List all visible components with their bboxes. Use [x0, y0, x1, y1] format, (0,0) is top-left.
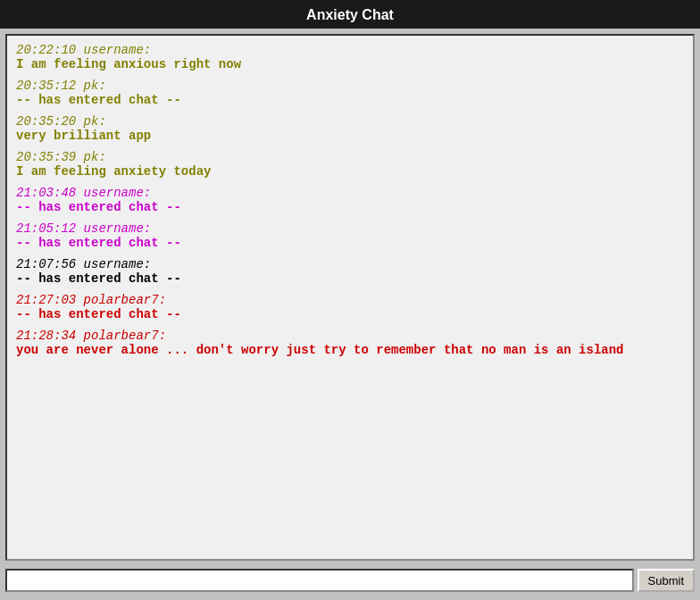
- message-text: -- has entered chat --: [16, 93, 684, 107]
- app-title: Anxiety Chat: [306, 7, 394, 22]
- message-block: 21:27:03 polarbear7:-- has entered chat …: [16, 293, 684, 321]
- title-bar: Anxiety Chat: [0, 0, 700, 29]
- message-text: -- has entered chat --: [16, 236, 684, 250]
- chat-input[interactable]: [5, 569, 634, 592]
- message-timestamp: 21:28:34 polarbear7:: [16, 329, 684, 343]
- message-block: 20:35:39 pk:I am feeling anxiety today: [16, 150, 684, 179]
- message-timestamp: 20:35:20 pk:: [16, 114, 684, 129]
- message-block: 20:35:12 pk:-- has entered chat --: [16, 79, 684, 107]
- message-timestamp: 20:35:39 pk:: [16, 150, 684, 164]
- message-timestamp: 21:05:12 username:: [16, 221, 684, 236]
- message-timestamp: 20:35:12 pk:: [16, 79, 684, 93]
- message-text: you are never alone ... don't worry just…: [16, 343, 684, 357]
- message-text: -- has entered chat --: [16, 271, 684, 286]
- message-timestamp: 21:03:48 username:: [16, 186, 684, 200]
- chat-area: 20:22:10 username:I am feeling anxious r…: [5, 34, 695, 561]
- message-block: 21:03:48 username:-- has entered chat --: [16, 186, 684, 214]
- submit-button[interactable]: Submit: [638, 569, 695, 592]
- message-timestamp: 21:27:03 polarbear7:: [16, 293, 684, 307]
- message-block: 20:35:20 pk:very brilliant app: [16, 114, 684, 143]
- message-timestamp: 21:07:56 username:: [16, 257, 684, 271]
- message-text: I am feeling anxious right now: [16, 57, 684, 71]
- message-block: 21:05:12 username:-- has entered chat --: [16, 221, 684, 250]
- message-text: I am feeling anxiety today: [16, 164, 684, 179]
- message-text: very brilliant app: [16, 129, 684, 143]
- message-block: 21:28:34 polarbear7:you are never alone …: [16, 329, 684, 357]
- message-block: 20:22:10 username:I am feeling anxious r…: [16, 43, 684, 71]
- message-text: -- has entered chat --: [16, 200, 684, 214]
- main-container: 20:22:10 username:I am feeling anxious r…: [0, 29, 700, 600]
- input-area: Submit: [5, 566, 695, 595]
- message-text: -- has entered chat --: [16, 307, 684, 321]
- message-timestamp: 20:22:10 username:: [16, 43, 684, 57]
- message-block: 21:07:56 username:-- has entered chat --: [16, 257, 684, 286]
